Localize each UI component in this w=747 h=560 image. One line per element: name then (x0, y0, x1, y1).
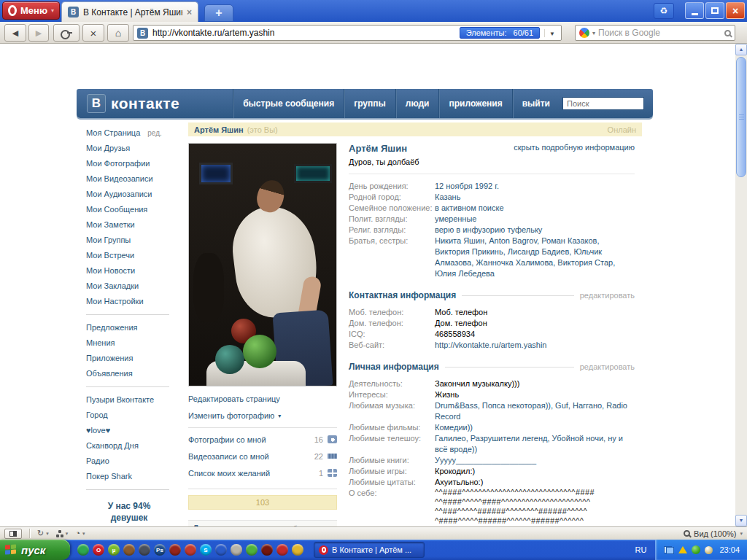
info-value[interactable]: Казань (435, 192, 635, 203)
info-value[interactable]: верю в инфузорию туфельку (435, 225, 635, 236)
google-search-box[interactable]: ▾ (575, 25, 735, 41)
edit-link[interactable]: редактировать (580, 362, 635, 371)
vk-nav-link[interactable]: приложения (438, 89, 511, 118)
scrollbar-thumb[interactable] (736, 57, 746, 177)
sidebar-item[interactable]: Мои Закладки (86, 279, 177, 294)
skype-icon[interactable]: S (200, 544, 212, 556)
info-value[interactable]: Моб. телефон (435, 307, 635, 318)
edit-link[interactable]: редактировать (580, 291, 635, 300)
info-value[interactable]: Галилео, Разрушители легенд, Убойной ноч… (435, 433, 635, 455)
sidebar-item[interactable]: Мои Друзья (86, 141, 177, 156)
restore-button[interactable] (705, 2, 724, 19)
sidebar-item[interactable]: Мои Группы (86, 233, 177, 248)
profile-photo[interactable] (188, 143, 337, 386)
utorrent-icon[interactable]: µ (108, 544, 120, 556)
vk-logo[interactable]: В контакте (87, 94, 179, 113)
info-value[interactable]: Крокодил:) (435, 466, 635, 477)
info-value[interactable]: Закончил музыкалку))) (435, 378, 635, 389)
scroll-up-button[interactable]: ▲ (735, 44, 747, 55)
info-value[interactable]: Никита Яшин, Anton Bagrov, Роман Казаков… (435, 236, 635, 279)
chrome-icon[interactable] (292, 544, 303, 556)
opera-icon[interactable]: O (93, 544, 104, 556)
sidebar-app-item[interactable]: Сканворд Дня (86, 438, 177, 454)
scroll-down-button[interactable]: ▼ (735, 515, 747, 526)
opera-menu-button[interactable]: Меню ▾ (2, 1, 60, 20)
sidebar-app-item[interactable]: Пузыри Вконтакте (86, 392, 177, 408)
qip-icon[interactable] (246, 544, 258, 556)
sidebar-item-my-page[interactable]: Моя Страницаред. (86, 125, 177, 141)
antivirus-icon[interactable] (692, 545, 700, 554)
forward-button[interactable]: ▶ (28, 24, 49, 42)
home-button[interactable]: ⌂ (107, 24, 129, 42)
info-value[interactable]: Ахуитьльно:) (435, 477, 635, 488)
sidebar-item[interactable]: Мнения (86, 335, 177, 351)
sidebar-item[interactable]: Мои Новости (86, 263, 177, 279)
media-card-icon[interactable] (185, 544, 196, 556)
search-engine-dropdown-icon[interactable]: ▾ (592, 30, 595, 36)
profile-status[interactable]: Дуров, ты долбаёб (349, 158, 635, 166)
red-circle-icon[interactable] (276, 544, 288, 556)
photoshop-icon[interactable]: Ps (154, 544, 166, 556)
browser-tab[interactable]: В В Контакте | Артём Яшин × (61, 1, 198, 22)
info-value[interactable]: http://vkontakte.ru/artem.yashin (435, 340, 635, 351)
hide-details-link[interactable]: скрыть подробную информацию (514, 143, 635, 152)
language-indicator[interactable]: RU (627, 545, 656, 554)
info-value[interactable]: Drum&Bass, Попса некоторая)), Guf, Нагга… (435, 400, 635, 422)
sidebar-app-item[interactable]: ♥love♥ (86, 423, 177, 438)
address-bar[interactable]: В http://vkontakte.ru/artem.yashin Элеме… (133, 25, 562, 41)
game-icon[interactable] (123, 544, 135, 556)
counter-row[interactable]: Список моих желаний 1 (188, 464, 337, 481)
sync-button[interactable]: ↻▾ (37, 529, 49, 537)
tab-close-icon[interactable]: × (187, 7, 192, 18)
info-value[interactable]: в активном поиске (435, 203, 635, 214)
history-button[interactable]: ◔▾ (75, 529, 85, 537)
search-icon[interactable] (724, 30, 731, 36)
taskbar-task-button[interactable]: В Контакте | Артём ... (314, 542, 425, 558)
red-orb-icon[interactable] (169, 544, 181, 556)
panels-toggle-button[interactable] (4, 529, 22, 539)
sidebar-app-item[interactable]: Покер Shark (86, 469, 177, 484)
url-text[interactable]: http://vkontakte.ru/artem.yashin (152, 28, 455, 38)
vertical-scrollbar[interactable]: ▲ ▼ (735, 44, 747, 526)
green-sphere-icon[interactable] (77, 544, 89, 556)
sidebar-app-item[interactable]: Город (86, 408, 177, 423)
sidebar-item[interactable]: Мои Видеозаписи (86, 171, 177, 187)
info-value[interactable]: Комедии)) (435, 422, 635, 433)
vk-nav-link[interactable]: группы (344, 89, 395, 118)
volume-icon[interactable] (705, 546, 713, 554)
info-value[interactable]: Дом. телефон (435, 318, 635, 329)
steam-icon[interactable] (139, 544, 150, 556)
sidebar-ad[interactable]: У нас 94% девушек (86, 500, 172, 526)
address-dropdown-icon[interactable]: ▼ (544, 29, 557, 37)
start-button[interactable]: пуск (0, 540, 70, 560)
info-value[interactable]: Жизнь (435, 389, 635, 400)
messenger-icon[interactable] (215, 544, 227, 556)
vk-search-input[interactable] (562, 97, 644, 110)
sidebar-item[interactable]: Мои Встречи (86, 248, 177, 263)
sidebar-item[interactable]: Мои Сообщения (86, 202, 177, 217)
sidebar-item[interactable]: Мои Заметки (86, 217, 177, 233)
counter-row[interactable]: Видеозаписи со мной 22 (188, 448, 337, 464)
sidebar-item[interactable]: Приложения (86, 351, 177, 366)
closed-tabs-trash-button[interactable]: ♻ (654, 3, 674, 19)
warning-icon[interactable] (678, 546, 687, 553)
vk-nav-link[interactable]: быстрые сообщения (233, 89, 344, 118)
counter-label[interactable]: Видеозаписи со мной (188, 452, 314, 461)
network-icon[interactable] (664, 546, 674, 554)
info-value[interactable]: Ууууу__________________ (435, 455, 635, 466)
edit-page-link[interactable]: Редактировать страницу (188, 394, 337, 403)
info-value[interactable]: 468558934 (435, 329, 635, 340)
unite-button[interactable]: ▾ (56, 530, 69, 537)
vk-nav-link[interactable]: люди (395, 89, 439, 118)
counter-label[interactable]: Фотографии со мной (188, 435, 314, 444)
counter-strike-icon[interactable] (231, 544, 242, 556)
back-button[interactable]: ◀ (4, 24, 26, 42)
sidebar-item[interactable]: Предложения (86, 320, 177, 335)
zoom-control[interactable]: Вид (100%) ▾ (684, 529, 743, 538)
web-search-input[interactable] (598, 28, 721, 38)
info-value[interactable]: умеренные (435, 214, 635, 225)
rating-badge[interactable]: 103 (188, 495, 337, 510)
change-photo-link[interactable]: Изменить фотографию ▾ (188, 411, 337, 420)
minimize-button[interactable] (685, 2, 704, 19)
stop-button[interactable]: × (82, 24, 104, 42)
